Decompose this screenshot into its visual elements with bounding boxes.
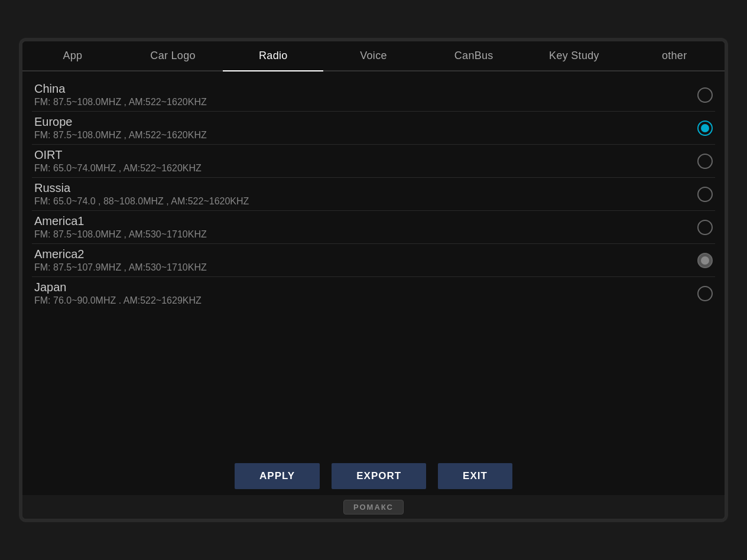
region-name-china: China <box>34 82 691 96</box>
device-bottom: РОМАКС <box>22 495 725 519</box>
radio-select-japan[interactable] <box>697 286 713 301</box>
radio-select-oirt[interactable] <box>697 154 713 169</box>
radio-list: ChinaFM: 87.5~108.0MHZ , AM:522~1620KHZE… <box>22 76 725 450</box>
region-freq-america1: FM: 87.5~108.0MHZ , AM:530~1710KHZ <box>34 229 691 240</box>
content-area: ChinaFM: 87.5~108.0MHZ , AM:522~1620KHZE… <box>22 71 725 455</box>
tab-voice[interactable]: Voice <box>323 41 424 70</box>
exit-button[interactable]: EXIT <box>438 463 512 489</box>
radio-item-japan[interactable]: JapanFM: 76.0~90.0MHZ . AM:522~1629KHZ <box>22 277 725 310</box>
tab-canbus[interactable]: CanBus <box>424 41 524 70</box>
bottom-bar: APPLY EXPORT EXIT <box>22 455 725 495</box>
region-freq-oirt: FM: 65.0~74.0MHZ , AM:522~1620KHZ <box>34 163 691 174</box>
radio-select-russia[interactable] <box>697 187 713 202</box>
tab-other[interactable]: other <box>624 41 725 70</box>
region-name-europe: Europe <box>34 115 691 129</box>
region-freq-china: FM: 87.5~108.0MHZ , AM:522~1620KHZ <box>34 97 691 108</box>
device-logo: РОМАКС <box>343 500 404 515</box>
region-freq-japan: FM: 76.0~90.0MHZ . AM:522~1629KHZ <box>34 295 691 306</box>
region-name-america1: America1 <box>34 214 691 228</box>
radio-select-china[interactable] <box>697 87 713 103</box>
radio-select-europe[interactable] <box>697 121 713 136</box>
region-name-oirt: OIRT <box>34 148 691 162</box>
region-freq-europe: FM: 87.5~108.0MHZ , AM:522~1620KHZ <box>34 130 691 141</box>
region-freq-america2: FM: 87.5~107.9MHZ , AM:530~1710KHZ <box>34 262 691 273</box>
radio-item-oirt[interactable]: OIRTFM: 65.0~74.0MHZ , AM:522~1620KHZ <box>22 145 725 177</box>
radio-item-russia[interactable]: RussiaFM: 65.0~74.0 , 88~108.0MHZ , AM:5… <box>22 178 725 210</box>
region-name-japan: Japan <box>34 281 691 294</box>
radio-select-america2[interactable] <box>697 253 713 268</box>
export-button[interactable]: EXPORT <box>332 463 426 489</box>
radio-item-europe[interactable]: EuropeFM: 87.5~108.0MHZ , AM:522~1620KHZ <box>22 112 725 144</box>
region-name-russia: Russia <box>34 181 691 195</box>
radio-select-america1[interactable] <box>697 220 713 235</box>
device-frame: AppCar LogoRadioVoiceCanBusKey Studyothe… <box>19 38 728 522</box>
tab-key-study[interactable]: Key Study <box>524 41 625 70</box>
apply-button[interactable]: APPLY <box>235 463 320 489</box>
radio-item-america1[interactable]: America1FM: 87.5~108.0MHZ , AM:530~1710K… <box>22 211 725 243</box>
radio-item-china[interactable]: ChinaFM: 87.5~108.0MHZ , AM:522~1620KHZ <box>22 79 725 111</box>
tab-car-logo[interactable]: Car Logo <box>123 41 223 70</box>
radio-item-america2[interactable]: America2FM: 87.5~107.9MHZ , AM:530~1710K… <box>22 244 725 276</box>
region-name-america2: America2 <box>34 248 691 261</box>
tab-radio[interactable]: Radio <box>223 41 323 70</box>
region-freq-russia: FM: 65.0~74.0 , 88~108.0MHZ , AM:522~162… <box>34 196 691 207</box>
screen: AppCar LogoRadioVoiceCanBusKey Studyothe… <box>22 41 725 495</box>
tab-app[interactable]: App <box>22 41 123 70</box>
tab-bar: AppCar LogoRadioVoiceCanBusKey Studyothe… <box>22 41 725 71</box>
